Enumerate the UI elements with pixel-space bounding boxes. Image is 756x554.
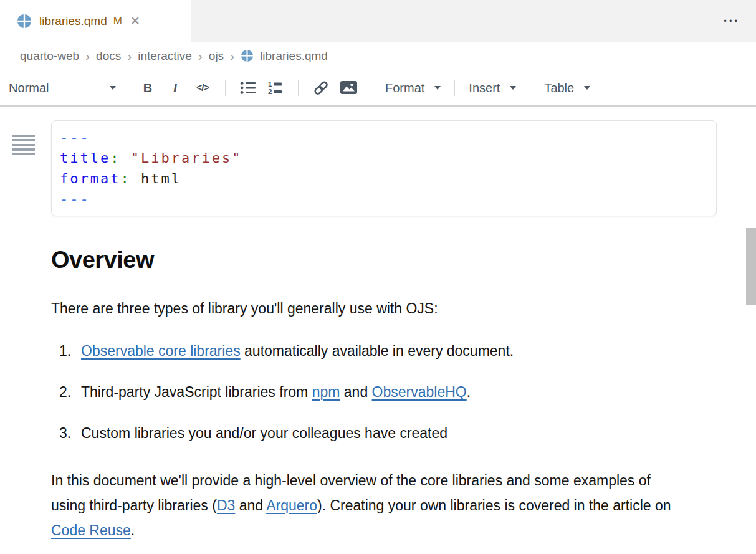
toolbar-divider [225, 80, 226, 96]
vertical-scrollbar-thumb[interactable] [746, 228, 756, 305]
list-item-number: 2. [59, 383, 81, 401]
chevron-down-icon [434, 86, 441, 90]
inline-link[interactable]: Observable core libraries [81, 343, 241, 359]
tab-title: libraries.qmd [39, 14, 107, 28]
tab-libraries-qmd[interactable]: libraries.qmd M ✕ [0, 0, 191, 42]
quarto-logo-icon [17, 14, 32, 29]
numbered-list-button[interactable]: 1 2 [262, 76, 289, 100]
text-segment: ). Creating your own libraries is covere… [317, 497, 671, 513]
breadcrumb-separator-icon: › [230, 49, 234, 62]
close-tab-icon[interactable]: ✕ [130, 15, 140, 27]
formatting-toolbar: Normal B I </> 1 2 [0, 70, 756, 107]
format-menu-label: Format [385, 81, 424, 95]
yaml-code-line[interactable]: title: "Libraries" [60, 148, 708, 168]
toolbar-divider [298, 80, 299, 96]
breadcrumb-items: quarto-web›docs›interactive›ojs› [19, 49, 239, 63]
section-heading[interactable]: Overview [51, 246, 717, 274]
list-item-text: Third-party JavaScript libraries from np… [81, 383, 471, 401]
list-item-text: Custom libraries you and/or your colleag… [81, 424, 447, 442]
toolbar-divider [454, 80, 455, 96]
list-item[interactable]: 3.Custom libraries you and/or your colle… [59, 424, 756, 442]
breadcrumb-file-label: libraries.qmd [260, 49, 328, 63]
bold-button[interactable]: B [134, 76, 161, 100]
text-segment: . [467, 384, 471, 400]
yaml-token-string: "Libraries" [131, 150, 242, 166]
list-item-number: 3. [59, 424, 81, 442]
breadcrumb: quarto-web›docs›interactive›ojs› librari… [0, 42, 756, 70]
image-button[interactable] [335, 76, 362, 100]
text-segment: automatically available in every documen… [241, 343, 514, 359]
italic-button[interactable]: I [161, 76, 189, 100]
quarto-logo-icon [241, 49, 254, 62]
numbered-list-icon: 1 2 [267, 80, 284, 95]
yaml-code-line[interactable]: --- [60, 127, 708, 148]
inline-link[interactable]: npm [312, 384, 340, 400]
yaml-token-delimiter: --- [60, 191, 90, 207]
list-item[interactable]: 1.Observable core libraries automaticall… [59, 342, 756, 360]
closing-paragraph[interactable]: In this document we'll provide a high-le… [51, 468, 679, 543]
inline-link[interactable]: Arquero [266, 497, 317, 513]
list-item[interactable]: 2.Third-party JavaScript libraries from … [59, 383, 756, 401]
breadcrumb-item[interactable]: interactive [138, 49, 192, 63]
yaml-token-colon: : [120, 171, 130, 186]
tab-bar: libraries.qmd M ✕ ••• [0, 0, 756, 42]
breadcrumb-item[interactable]: ojs [209, 49, 224, 63]
link-icon [312, 79, 330, 97]
ordered-list: 1.Observable core libraries automaticall… [59, 342, 756, 442]
yaml-front-matter-block[interactable]: ---title: "Libraries"format: html--- [51, 120, 717, 216]
breadcrumb-file[interactable]: libraries.qmd [239, 49, 328, 63]
chevron-down-icon [584, 86, 590, 90]
code-button[interactable]: </> [189, 76, 216, 100]
yaml-token-plain [131, 171, 141, 186]
list-item-number: 1. [59, 342, 81, 360]
bulleted-list-button[interactable] [234, 76, 262, 100]
quarto-visual-editor-window: { "window": { "overflow_menu_icon": "•••… [0, 0, 756, 554]
inline-link[interactable]: D3 [217, 497, 235, 513]
code-icon: </> [196, 82, 209, 93]
text-segment: Custom libraries you and/or your colleag… [81, 425, 447, 441]
text-segment: and [235, 497, 266, 513]
editor-content-area: ---title: "Libraries"format: html--- Ove… [0, 120, 756, 554]
yaml-token-delimiter: --- [60, 130, 90, 145]
yaml-code-line[interactable]: --- [60, 189, 708, 209]
chevron-down-icon [110, 86, 116, 90]
insert-menu-label: Insert [469, 81, 500, 95]
link-button[interactable] [307, 76, 335, 100]
paragraph-style-select[interactable]: Normal [9, 81, 116, 95]
bold-icon: B [143, 81, 152, 95]
paragraph-style-value: Normal [9, 81, 49, 95]
text-segment: Third-party JavaScript libraries from [81, 384, 312, 400]
insert-menu[interactable]: Insert [469, 81, 516, 95]
breadcrumb-separator-icon: › [198, 49, 203, 62]
toolbar-divider [530, 80, 530, 96]
block-drag-handle-icon[interactable] [12, 135, 35, 155]
inline-link[interactable]: Code Reuse [51, 522, 131, 538]
yaml-token-plain: html [141, 171, 181, 186]
text-segment: . [131, 522, 135, 538]
overflow-menu-icon[interactable]: ••• [724, 16, 740, 26]
breadcrumb-item[interactable]: docs [96, 49, 121, 63]
yaml-code-line[interactable]: format: html [60, 168, 708, 189]
image-icon [340, 81, 357, 95]
breadcrumb-item[interactable]: quarto-web [20, 49, 79, 63]
bulleted-list-icon [240, 80, 257, 95]
yaml-token-plain [120, 150, 130, 166]
breadcrumb-separator-icon: › [127, 49, 132, 62]
text-segment: and [340, 384, 371, 400]
italic-icon: I [173, 80, 178, 96]
list-item-text: Observable core libraries automatically … [81, 342, 514, 360]
intro-paragraph[interactable]: There are three types of library you'll … [51, 300, 719, 317]
svg-text:2: 2 [268, 88, 272, 95]
table-menu[interactable]: Table [544, 81, 590, 95]
toolbar-divider [371, 80, 371, 96]
format-menu[interactable]: Format [385, 81, 441, 95]
modified-badge: M [113, 15, 122, 27]
yaml-token-key: title [60, 150, 110, 166]
yaml-token-colon: : [110, 150, 120, 166]
breadcrumb-separator-icon: › [85, 49, 90, 62]
table-menu-label: Table [544, 81, 574, 95]
yaml-token-key: format [60, 171, 120, 186]
chevron-down-icon [510, 86, 516, 90]
inline-link[interactable]: ObservableHQ [372, 384, 467, 400]
svg-text:1: 1 [268, 80, 272, 88]
